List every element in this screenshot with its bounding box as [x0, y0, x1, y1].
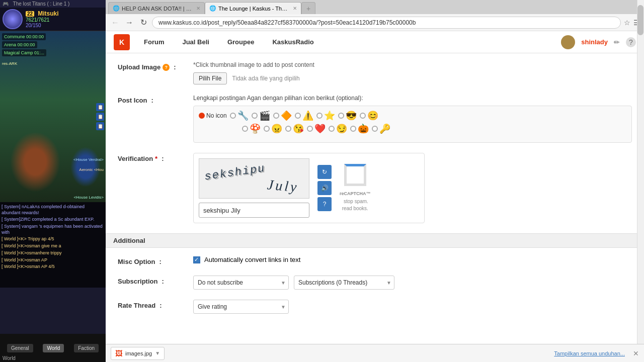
- icon-option-6[interactable]: 😎: [338, 111, 357, 120]
- tab1-close[interactable]: ✕: [196, 6, 200, 11]
- no-icon-radio[interactable]: [199, 113, 205, 119]
- file-upload-row: Pilih File Tidak ada file yang dipilih: [193, 72, 632, 84]
- kaskus-help-icon[interactable]: ?: [626, 37, 636, 47]
- download-item: 🖼 images.jpg ▼: [111, 347, 165, 360]
- reload-button[interactable]: ↻: [138, 17, 149, 28]
- forward-button[interactable]: →: [124, 17, 135, 28]
- icon-option-12[interactable]: 😏: [329, 124, 347, 133]
- hud-player4: res-ARK: [2, 61, 17, 66]
- show-all-downloads[interactable]: Tampilkan semua unduhan...: [554, 350, 625, 356]
- icon-option-9[interactable]: 😠: [264, 124, 282, 133]
- nav-radio[interactable]: KaskusRadio: [268, 36, 317, 48]
- icon-option-1[interactable]: 🔧: [230, 111, 249, 120]
- hud-player5: <House Levidis>: [73, 195, 104, 200]
- back-button[interactable]: ←: [110, 17, 121, 28]
- icon-option-7[interactable]: 😊: [360, 111, 378, 120]
- download-filename: images.jpg: [125, 350, 152, 356]
- side-icon1[interactable]: 📋: [96, 103, 104, 111]
- icon-radio-8[interactable]: [242, 126, 248, 132]
- misc-option-content: Automatically convert links in text: [193, 256, 632, 263]
- icon-radio-5[interactable]: [316, 113, 323, 119]
- icon-no-icon[interactable]: No icon: [199, 112, 227, 119]
- upload-image-content: *Click thumbnail image to add to post co…: [193, 61, 632, 84]
- tab2-close[interactable]: ✕: [293, 6, 297, 11]
- hud-camp: Magical Camp 01:...: [2, 49, 46, 56]
- subscription-dropdown-1[interactable]: Do not subscribe Subscribe: [193, 276, 289, 290]
- verification-label: Verification * :: [118, 153, 193, 162]
- hud-commune: Commune 00:00:00: [2, 33, 46, 40]
- captcha-help-btn[interactable]: ?: [317, 197, 332, 211]
- tab-general[interactable]: General: [7, 344, 33, 352]
- address-bar[interactable]: [152, 17, 621, 29]
- icon-emoji-11: ❤️: [314, 124, 326, 133]
- kaskus-username[interactable]: shinlady: [581, 38, 608, 46]
- scrollbar-track[interactable]: [637, 0, 644, 362]
- icon-option-14[interactable]: 🔑: [372, 124, 390, 133]
- subscription-dropdown-2[interactable]: Subscriptions (0 Threads): [294, 276, 394, 290]
- icon-radio-7[interactable]: [360, 113, 366, 119]
- browser-tab-1[interactable]: 🌐 HELP GAN ASK DOTA!! | Kas... ✕: [108, 2, 205, 14]
- icon-radio-6[interactable]: [338, 113, 344, 119]
- nav-jual-beli[interactable]: Jual Beli: [178, 36, 213, 48]
- side-icon2[interactable]: 📋: [96, 113, 104, 121]
- pilih-file-button[interactable]: Pilih File: [193, 72, 227, 84]
- kaskus-edit-icon[interactable]: ✏: [614, 38, 620, 46]
- rate-thread-label: Rate Thread :: [118, 300, 193, 309]
- icon-option-5[interactable]: ⭐: [316, 111, 335, 120]
- icon-radio-1[interactable]: [230, 113, 236, 119]
- scrollbar-thumb[interactable]: [637, 5, 643, 35]
- icon-emoji-3: 🔶: [281, 111, 292, 120]
- icon-emoji-8: 🍄: [250, 124, 261, 133]
- download-dropdown-arrow[interactable]: ▼: [155, 350, 160, 356]
- browser-tab-2[interactable]: 🌐 The Lounge | Kaskus - The L... ✕: [205, 2, 301, 14]
- additional-header: Additional: [106, 233, 644, 248]
- rate-thread-dropdown[interactable]: Give rating 1 Star 2 Stars 3 Stars 4 Sta…: [193, 300, 289, 314]
- verification-content: sekshipu July ↻ 🔊 ? reCAPT: [193, 153, 632, 223]
- icon-radio-13[interactable]: [350, 126, 356, 132]
- upload-hint-icon[interactable]: ?: [163, 64, 170, 71]
- content-area: Upload Image ? : *Click thumbnail image …: [106, 53, 644, 362]
- browser-tab-new[interactable]: +: [301, 2, 315, 14]
- captcha-audio-btn[interactable]: 🔊: [317, 181, 332, 195]
- tab1-favicon: 🌐: [113, 5, 120, 12]
- bookmark-icon[interactable]: ☆: [624, 19, 630, 27]
- icon-option-4[interactable]: ⚠️: [295, 111, 313, 120]
- icon-option-2[interactable]: 🎬: [252, 111, 270, 120]
- nav-groupee[interactable]: Groupee: [223, 36, 258, 48]
- nav-forum[interactable]: Forum: [140, 36, 168, 48]
- tab-world[interactable]: World: [43, 344, 64, 352]
- tab-faction[interactable]: Faction: [74, 344, 99, 352]
- recaptcha-logo: reCAPTCHA™ stop spam. read books.: [340, 158, 371, 218]
- icon-radio-10[interactable]: [285, 126, 291, 132]
- icon-radio-3[interactable]: [273, 113, 279, 119]
- new-tab-icon: +: [306, 5, 310, 13]
- icon-option-3[interactable]: 🔶: [273, 111, 292, 120]
- icon-radio-2[interactable]: [252, 113, 258, 119]
- player-avatar: [3, 9, 23, 29]
- icon-radio-9[interactable]: [264, 126, 270, 132]
- download-close-btn[interactable]: ✕: [633, 349, 639, 357]
- icon-option-13[interactable]: 🎃: [350, 124, 369, 133]
- side-icons: 📋 📋 📋: [95, 102, 106, 132]
- side-icon3[interactable]: 📋: [96, 122, 104, 130]
- auto-convert-checkbox[interactable]: [193, 256, 200, 263]
- icon-radio-12[interactable]: [329, 126, 335, 132]
- recaptcha-spinner-wrapper: [343, 164, 368, 189]
- icon-option-10[interactable]: 😘: [285, 124, 304, 133]
- kaskus-nav-right: shinlady ✏ ?: [561, 35, 636, 49]
- icon-emoji-13: 🎃: [358, 124, 369, 133]
- game-screen: Commune 00:00:00 Arena 00:00:00 Magical …: [0, 31, 106, 202]
- game-icon: 🎮: [3, 1, 9, 7]
- kaskus-logo[interactable]: K: [114, 34, 130, 50]
- captcha-input[interactable]: [199, 203, 309, 218]
- icon-option-8[interactable]: 🍄: [242, 124, 261, 133]
- captcha-refresh-btn[interactable]: ↻: [317, 165, 332, 179]
- icon-radio-14[interactable]: [372, 126, 378, 132]
- icon-option-11[interactable]: ❤️: [307, 124, 326, 133]
- player-hp: 7621/7621: [26, 17, 59, 23]
- icon-radio-11[interactable]: [307, 126, 313, 132]
- icon-emoji-5: ⭐: [324, 111, 335, 120]
- icon-radio-4[interactable]: [295, 113, 301, 119]
- icon-emoji-12: 😏: [336, 124, 347, 133]
- kaskus-avatar: [561, 35, 575, 49]
